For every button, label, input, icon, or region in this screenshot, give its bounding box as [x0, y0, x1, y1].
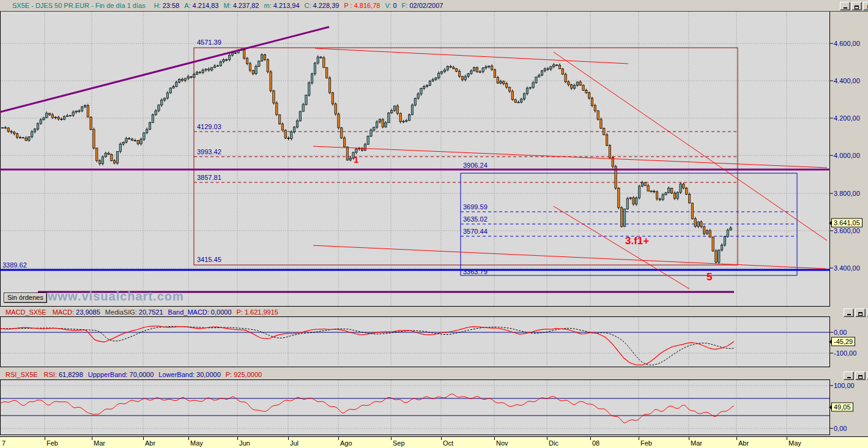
macd-window-controls: x: [844, 308, 868, 317]
time-axis-tick: [441, 437, 442, 440]
time-axis-month-label: Abr: [738, 439, 749, 447]
window-title: SX5E - DJES 50 PR.EUR - Fin de día 1 día…: [12, 2, 448, 9]
visualchart-watermark: www.visualchart.com: [48, 289, 184, 304]
time-axis-month-label: Jun: [239, 439, 250, 447]
time-axis-month-label: Oct: [443, 439, 453, 447]
minimize-button[interactable]: [844, 371, 854, 380]
title-stat: 4.213,94: [273, 2, 300, 9]
rsi-window-controls: x: [844, 371, 868, 380]
minimize-button[interactable]: [844, 308, 854, 317]
price-axis-label: 3.600,00: [834, 227, 860, 234]
window-controls: x: [840, 2, 868, 10]
elliott-wave-label: 1: [354, 154, 358, 165]
time-axis-month-label: Sep: [393, 439, 405, 447]
rsi-stat: 70,0000: [130, 371, 154, 378]
time-axis-month-label: Dic: [549, 439, 558, 447]
maximize-button[interactable]: [855, 308, 866, 317]
macd-stat: Band_MACD:: [168, 308, 209, 316]
rsi-axis-label: 0,00: [834, 425, 847, 432]
elliott-wave-label: 3.f1+: [625, 235, 649, 247]
time-axis-tick: [338, 437, 339, 440]
price-level-label: 4129.03: [197, 124, 221, 130]
time-axis-tick: [288, 437, 289, 440]
macd-stat: MACD:: [53, 308, 74, 316]
price-axis-label: 4.400,00: [834, 77, 860, 84]
price-axis-label: 3.800,00: [834, 190, 860, 197]
visualchart-window: SX5E - DJES 50 PR.EUR - Fin de día 1 día…: [0, 0, 868, 448]
rsi-stat: LowerBand:: [158, 371, 195, 378]
macd-stat: 1.621,9915: [245, 308, 278, 316]
minimize-icon: [844, 7, 847, 9]
title-stat: 4.214,83: [193, 2, 219, 9]
price-level-label: 3570.44: [463, 228, 488, 235]
rsi-stat: UppperBand:: [88, 371, 128, 378]
title-bar: SX5E - DJES 50 PR.EUR - Fin de día 1 día…: [0, 0, 868, 12]
price-level-label: 3635.02: [463, 216, 488, 223]
maximize-icon: [858, 312, 862, 316]
minimize-button[interactable]: [840, 2, 850, 10]
rsi-stat: 925,0000: [234, 371, 262, 378]
macd-header: MACD_SX5EMACD:23,9085MediaSIG:20,7521Ban…: [0, 308, 283, 316]
title-stat: F:: [402, 2, 408, 9]
macd-axis-label: -100,00: [834, 349, 856, 357]
title-stat: 4.228,39: [313, 2, 339, 9]
time-axis-month-label: Ago: [340, 439, 352, 447]
time-axis: 7FebMarAbrMayJunJulAgoSepOctNovDic08FebM…: [0, 436, 868, 448]
title-stat: SX5E - DJES 50 PR.EUR - Fin de día 1 día…: [12, 2, 146, 9]
time-axis-tick: [45, 437, 45, 440]
time-axis-month-label: Feb: [640, 439, 652, 447]
rsi-stat: RSI_SX5E: [6, 371, 38, 378]
price-axis-label: 4.600,00: [834, 40, 860, 47]
no-orders-button[interactable]: Sin órdenes: [4, 293, 47, 303]
rsi-stat: RSI:: [44, 371, 57, 378]
title-stat: 4.816,78: [354, 2, 380, 9]
rsi-value-box: 49,05: [831, 403, 853, 412]
maximize-icon: [858, 375, 862, 379]
title-stat: V:: [385, 2, 391, 9]
time-axis-tick: [391, 437, 391, 440]
rsi-axis-label: 100,00: [834, 382, 855, 389]
price-level-label: 4571.39: [197, 39, 221, 46]
macd-value-box: -45,29: [831, 337, 855, 346]
price-axis-label: 4.000,00: [834, 152, 860, 159]
maximize-button[interactable]: [855, 371, 866, 380]
time-axis-month-label: 7: [2, 439, 6, 447]
time-axis-tick: [787, 437, 787, 440]
price-level-label: 3415.45: [197, 256, 221, 263]
minimize-icon: [847, 377, 851, 378]
restore-button[interactable]: [851, 2, 862, 10]
time-axis-tick: [689, 437, 689, 440]
macd-stat: 23,9085: [76, 308, 100, 316]
time-axis-tick: [188, 437, 189, 440]
title-stat: C:: [305, 2, 311, 9]
title-stat: 02/02/2007: [409, 2, 443, 9]
title-stat: 23:58: [163, 2, 180, 9]
time-axis-tick: [237, 437, 238, 440]
rsi-header: RSI_SX5ERSI:61,8298UppperBand:70,0000Low…: [0, 370, 267, 379]
macd-stat: 20,7521: [139, 308, 163, 316]
time-axis-tick: [143, 437, 144, 440]
title-stat: A:: [184, 2, 190, 9]
price-level-label: 3993.42: [197, 149, 221, 155]
last-price-box: 3.641,05: [831, 218, 862, 228]
macd-stat: MediaSIG:: [105, 308, 137, 316]
macd-stat: P:: [237, 308, 243, 316]
title-stat: m:: [264, 2, 271, 9]
elliott-wave-label: 5: [707, 271, 712, 283]
rsi-stat: 30,0000: [196, 371, 221, 378]
title-stat: M:: [223, 2, 231, 9]
chart-canvas[interactable]: [0, 0, 868, 448]
macd-stat: 0,0000: [211, 308, 232, 316]
price-axis-label: 3.400,00: [834, 264, 860, 272]
time-axis-month-label: May: [788, 439, 801, 447]
time-axis-month-label: Abr: [145, 439, 155, 447]
time-axis-month-label: Feb: [46, 439, 58, 447]
macd-axis-label: 0,00: [834, 329, 847, 336]
time-axis-month-label: Nov: [496, 439, 508, 447]
rsi-stat: 61,8298: [59, 371, 83, 378]
rsi-stat: P:: [226, 371, 232, 378]
time-axis-tick: [590, 437, 591, 440]
time-axis-month-label: 08: [592, 439, 599, 447]
close-button[interactable]: x: [863, 2, 868, 10]
time-axis-tick: [639, 437, 639, 440]
